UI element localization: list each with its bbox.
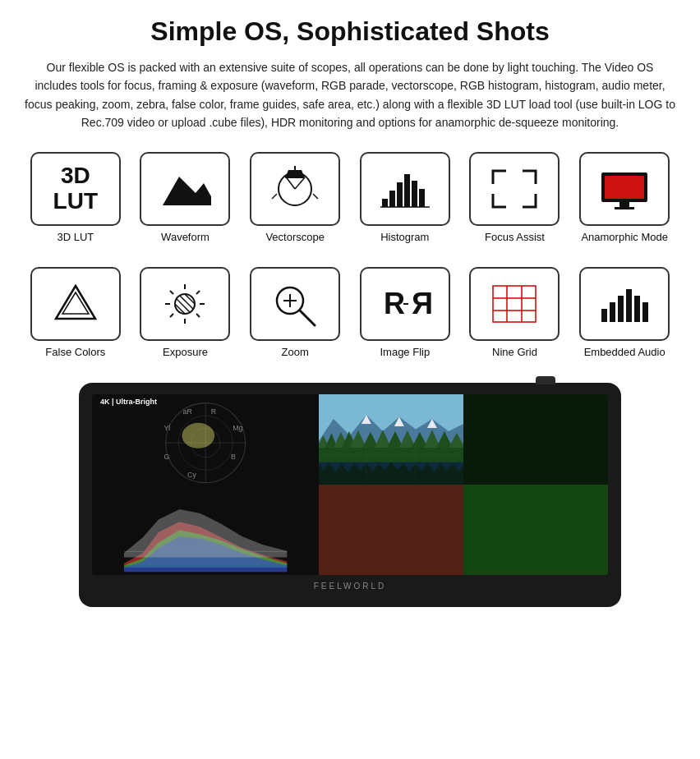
histogram-svg bbox=[95, 490, 315, 574]
feature-grid-row1: 3DLUT 3D LUT Waveform bbox=[25, 152, 675, 245]
embedded-audio-icon bbox=[598, 281, 651, 327]
svg-rect-17 bbox=[619, 202, 629, 207]
image-flip-icon: R R bbox=[379, 281, 431, 327]
feature-grid-row2: False Colors bbox=[25, 267, 675, 360]
svg-rect-52 bbox=[634, 296, 640, 322]
svg-rect-51 bbox=[626, 289, 632, 322]
svg-line-6 bbox=[313, 194, 318, 199]
icon-box-zoom bbox=[250, 267, 340, 341]
monitor-bump bbox=[536, 376, 555, 384]
feature-image-flip: R R Image Flip bbox=[354, 267, 456, 360]
svg-rect-49 bbox=[610, 302, 615, 322]
feature-anamorphic: Anamorphic Mode bbox=[573, 152, 675, 245]
icon-box-false-colors bbox=[30, 267, 121, 341]
svg-text:R: R bbox=[384, 287, 405, 320]
false-colors-icon bbox=[49, 281, 102, 327]
feature-zoom: Zoom bbox=[244, 267, 346, 360]
monitor-image-svg bbox=[319, 394, 463, 485]
icon-box-nine-grid bbox=[469, 267, 560, 341]
feature-3dlut: 3DLUT 3D LUT bbox=[25, 152, 127, 245]
feature-label-embedded-audio: Embedded Audio bbox=[584, 346, 665, 360]
svg-rect-16 bbox=[605, 176, 644, 199]
svg-line-24 bbox=[173, 289, 203, 319]
feature-vectorscope: Vectorscope bbox=[244, 152, 346, 245]
feature-label-focus-assist: Focus Assist bbox=[485, 231, 545, 245]
icon-box-exposure bbox=[140, 267, 230, 341]
monitor-badge: 4K | Ultra-Bright bbox=[100, 398, 157, 406]
feature-false-colors: False Colors bbox=[25, 267, 127, 360]
brand-logo: FEELWORLD bbox=[92, 582, 608, 591]
icon-box-image-flip: R R bbox=[360, 267, 450, 341]
monitor-device: R Mg B Cy G Yl aR bbox=[79, 383, 621, 607]
svg-line-35 bbox=[170, 314, 173, 317]
histogram-display bbox=[95, 490, 315, 574]
svg-rect-43 bbox=[493, 286, 536, 322]
svg-point-21 bbox=[175, 294, 195, 314]
svg-rect-53 bbox=[642, 302, 648, 322]
svg-line-33 bbox=[196, 314, 200, 317]
svg-rect-13 bbox=[419, 189, 425, 207]
icon-box-embedded-audio bbox=[579, 267, 670, 341]
svg-line-23 bbox=[170, 292, 200, 322]
feature-waveform: Waveform bbox=[135, 152, 237, 245]
svg-line-4 bbox=[295, 177, 305, 189]
feature-label-histogram: Histogram bbox=[380, 231, 429, 245]
svg-text:aR: aR bbox=[183, 407, 192, 416]
exposure-icon bbox=[159, 281, 211, 327]
anamorphic-icon bbox=[598, 166, 651, 212]
svg-text:R: R bbox=[412, 287, 431, 320]
icon-box-3dlut: 3DLUT bbox=[30, 152, 121, 226]
svg-rect-48 bbox=[601, 309, 607, 322]
svg-point-60 bbox=[182, 423, 214, 448]
svg-rect-10 bbox=[397, 182, 403, 207]
feature-embedded-audio: Embedded Audio bbox=[573, 267, 675, 360]
svg-line-5 bbox=[272, 194, 277, 199]
page-wrapper: Simple OS, Sophisticated Shots Our flexi… bbox=[0, 0, 700, 632]
description-text: Our flexible OS is packed with an extens… bbox=[25, 58, 675, 132]
quadrant-bottom-left bbox=[319, 485, 463, 575]
svg-text:R: R bbox=[211, 407, 216, 416]
svg-rect-9 bbox=[389, 191, 395, 207]
svg-text:B: B bbox=[231, 453, 236, 461]
feature-label-anamorphic: Anamorphic Mode bbox=[581, 231, 668, 245]
svg-rect-11 bbox=[404, 174, 410, 207]
3dlut-icon: 3DLUT bbox=[53, 163, 98, 214]
feature-focus-assist: Focus Assist bbox=[464, 152, 566, 245]
page-title: Simple OS, Sophisticated Shots bbox=[25, 16, 675, 47]
waveform-icon bbox=[159, 168, 211, 209]
svg-text:Yl: Yl bbox=[163, 424, 170, 432]
svg-rect-18 bbox=[615, 207, 634, 209]
focus-assist-icon bbox=[488, 166, 541, 212]
svg-rect-8 bbox=[382, 199, 388, 207]
histogram-icon bbox=[379, 166, 431, 212]
feature-label-image-flip: Image Flip bbox=[380, 346, 430, 360]
icon-box-waveform bbox=[140, 152, 230, 226]
svg-marker-0 bbox=[163, 177, 211, 205]
svg-rect-12 bbox=[412, 181, 417, 207]
svg-text:Cy: Cy bbox=[187, 471, 196, 479]
vectorscope-display: R Mg B Cy G Yl aR bbox=[95, 398, 315, 488]
svg-line-32 bbox=[170, 291, 173, 294]
svg-rect-50 bbox=[618, 296, 624, 322]
icon-box-anamorphic bbox=[579, 152, 670, 226]
vectorscope-icon bbox=[269, 166, 321, 212]
icon-box-vectorscope bbox=[250, 152, 340, 226]
quadrant-bottom-right bbox=[463, 485, 608, 575]
feature-label-3dlut: 3D LUT bbox=[57, 231, 94, 245]
monitor-section: R Mg B Cy G Yl aR bbox=[25, 383, 675, 607]
icon-box-focus-assist bbox=[469, 152, 560, 226]
zoom-icon bbox=[269, 281, 321, 327]
svg-text:Mg: Mg bbox=[233, 424, 242, 432]
icon-box-histogram bbox=[360, 152, 450, 226]
nine-grid-icon bbox=[488, 281, 541, 327]
svg-text:G: G bbox=[163, 453, 169, 461]
svg-line-34 bbox=[196, 291, 200, 294]
feature-histogram: Histogram bbox=[354, 152, 456, 245]
feature-label-vectorscope: Vectorscope bbox=[265, 231, 325, 245]
image-panel bbox=[319, 394, 608, 575]
feature-label-exposure: Exposure bbox=[163, 346, 208, 360]
svg-marker-7 bbox=[285, 170, 305, 178]
feature-exposure: Exposure bbox=[135, 267, 237, 360]
monitor-screen: R Mg B Cy G Yl aR bbox=[92, 394, 608, 575]
scope-panel: R Mg B Cy G Yl aR bbox=[92, 394, 319, 575]
